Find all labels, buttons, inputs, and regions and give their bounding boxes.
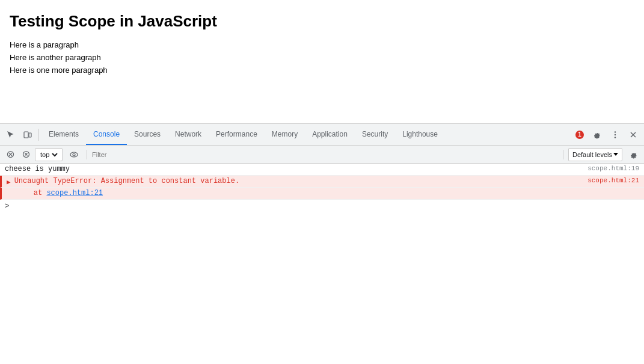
- context-select-input[interactable]: top: [38, 150, 60, 159]
- tab-memory[interactable]: Memory: [265, 124, 305, 145]
- context-selector[interactable]: top: [35, 148, 63, 161]
- console-settings-button[interactable]: [627, 148, 640, 161]
- more-options-button[interactable]: [607, 126, 624, 143]
- filter-input[interactable]: [92, 148, 558, 161]
- paragraph-2: Here is another paragraph: [10, 53, 634, 62]
- levels-label: Default levels: [572, 151, 612, 158]
- filter-divider: [87, 150, 87, 159]
- toolbar-divider: [38, 129, 39, 141]
- console-prompt-char: >: [5, 202, 9, 211]
- svg-point-4: [615, 137, 616, 138]
- svg-rect-1: [29, 133, 31, 137]
- tab-security[interactable]: Security: [355, 124, 395, 145]
- svg-rect-0: [24, 132, 28, 138]
- console-row: cheese is yummy scope.html:19: [0, 164, 644, 176]
- close-devtools-button[interactable]: [625, 126, 642, 143]
- settings-button[interactable]: [589, 126, 606, 143]
- console-error-text: Uncaught TypeError: Assignment to consta…: [14, 177, 588, 185]
- error-count-badge: 1: [575, 131, 584, 139]
- svg-point-2: [615, 131, 616, 132]
- console-message-text: cheese is yummy: [5, 165, 587, 173]
- stop-on-exceptions-button[interactable]: [19, 148, 32, 161]
- console-error-location[interactable]: scope.html:21: [587, 177, 639, 184]
- tab-console[interactable]: Console: [86, 124, 127, 145]
- page-content: Testing Scope in JavaScript Here is a pa…: [0, 0, 644, 120]
- device-toolbar-button[interactable]: [19, 126, 36, 143]
- tab-network[interactable]: Network: [168, 124, 209, 145]
- tab-lighthouse[interactable]: Lighthouse: [395, 124, 445, 145]
- svg-point-8: [73, 153, 75, 156]
- tab-application[interactable]: Application: [305, 124, 355, 145]
- console-error-sub-row: at scope.html:21: [0, 188, 644, 200]
- svg-point-3: [615, 134, 616, 135]
- console-location[interactable]: scope.html:19: [587, 165, 639, 172]
- devtools-panel: Elements Console Sources Network Perform…: [0, 123, 644, 364]
- error-expand-icon[interactable]: ▶: [7, 178, 11, 186]
- tab-sources[interactable]: Sources: [127, 124, 168, 145]
- console-error-row: ▶ Uncaught TypeError: Assignment to cons…: [0, 176, 644, 188]
- page-title: Testing Scope in JavaScript: [10, 12, 634, 31]
- eye-button[interactable]: [67, 148, 81, 161]
- tab-elements[interactable]: Elements: [41, 124, 86, 145]
- console-error-link[interactable]: scope.html:21: [46, 189, 103, 197]
- console-secondary-toolbar: top Default levels: [0, 146, 644, 164]
- toolbar-right: 1: [572, 126, 642, 143]
- error-badge: 1: [572, 129, 587, 140]
- devtools-tabs: Elements Console Sources Network Perform…: [41, 124, 572, 145]
- levels-selector[interactable]: Default levels: [568, 148, 622, 161]
- devtools-tab-bar: Elements Console Sources Network Perform…: [0, 124, 644, 146]
- inspect-element-button[interactable]: [2, 126, 19, 143]
- tab-performance[interactable]: Performance: [209, 124, 265, 145]
- svg-point-7: [70, 152, 78, 157]
- filter-divider-2: [563, 150, 563, 159]
- paragraph-3: Here is one more paragraph: [10, 66, 634, 75]
- paragraph-1: Here is a paragraph: [10, 40, 634, 49]
- console-output: cheese is yummy scope.html:19 ▶ Uncaught…: [0, 164, 644, 364]
- console-input-row: >: [0, 200, 644, 213]
- clear-console-button[interactable]: [4, 148, 17, 161]
- console-error-sub-text: at scope.html:21: [16, 189, 639, 197]
